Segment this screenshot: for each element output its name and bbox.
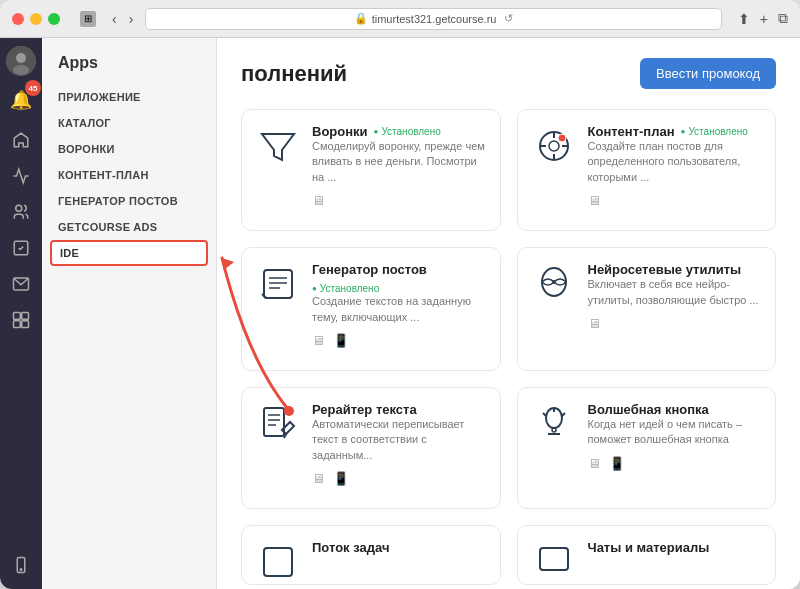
kontent-plan-icon: [532, 124, 576, 168]
card-desc-generator: Создание текстов на заданную тему, включ…: [312, 294, 486, 325]
card-status-voronki: Установлено: [374, 126, 441, 137]
close-button[interactable]: [12, 13, 24, 25]
sidebar-item-kontent-plan[interactable]: КОНТЕНТ-ПЛАН: [42, 162, 216, 188]
titlebar: ⊞ ‹ › 🔒 timurtest321.getcourse.ru ↺ ⬆ + …: [0, 0, 800, 38]
card-nejrosetevye[interactable]: Нейросетевые утилиты Включает в себя все…: [517, 247, 777, 371]
nejrosetevye-icon: [532, 262, 576, 306]
svg-rect-19: [264, 270, 292, 298]
avatar[interactable]: [6, 46, 36, 76]
page-title: полнений: [241, 61, 347, 87]
sidebar-toggle-button[interactable]: ⧉: [778, 10, 788, 27]
new-tab-button[interactable]: +: [760, 10, 768, 27]
mail-icon-btn[interactable]: [5, 268, 37, 300]
card-desc-rerajter: Автоматически переписывает текст в соотв…: [312, 417, 486, 463]
sidebar-item-prilozhenie[interactable]: ПРИЛОЖЕНИЕ: [42, 84, 216, 110]
card-kontent-plan[interactable]: Контент-план Установлено Создайте план п…: [517, 109, 777, 231]
svg-point-1: [16, 53, 26, 63]
svg-point-32: [552, 428, 556, 432]
card-title-volshebnaya: Волшебная кнопка: [588, 402, 709, 417]
voronki-icon: [256, 124, 300, 168]
settings-icon-btn[interactable]: [5, 304, 37, 336]
promo-button[interactable]: Ввести промокод: [640, 58, 776, 89]
card-voronki[interactable]: Воронки Установлено Смоделируй воронку, …: [241, 109, 501, 231]
card-title-potok: Поток задач: [312, 540, 389, 555]
sidebar-item-ide[interactable]: IDE: [50, 240, 208, 266]
mobile-icon: 📱: [333, 333, 349, 348]
volshebnaya-icon: [532, 402, 576, 446]
potok-zadach-icon: [256, 540, 300, 584]
svg-rect-7: [22, 313, 29, 320]
svg-point-18: [558, 134, 566, 142]
sidebar-title: Apps: [42, 54, 216, 84]
titlebar-actions: ⬆ + ⧉: [738, 10, 788, 27]
card-platforms-volshebnaya: 🖥 📱: [588, 456, 762, 471]
cards-grid: Воронки Установлено Смоделируй воронку, …: [241, 109, 776, 585]
browser-window: ⊞ ‹ › 🔒 timurtest321.getcourse.ru ↺ ⬆ + …: [0, 0, 800, 589]
svg-line-35: [543, 413, 546, 416]
badge-count: 45: [25, 80, 41, 96]
content-area: полнений Ввести промокод Ворон: [217, 38, 800, 589]
main-layout: 🔔 45: [0, 38, 800, 589]
sidebar-item-generator-postov[interactable]: ГЕНЕРАТОР ПОСТОВ: [42, 188, 216, 214]
card-potok-zadach[interactable]: Поток задач: [241, 525, 501, 585]
desktop-icon: 🖥: [312, 471, 325, 486]
forward-button[interactable]: ›: [125, 9, 138, 29]
titlebar-center: ⊞ ‹ ›: [80, 9, 137, 29]
desktop-icon: 🖥: [588, 316, 601, 331]
minimize-button[interactable]: [30, 13, 42, 25]
back-button[interactable]: ‹: [108, 9, 121, 29]
maximize-button[interactable]: [48, 13, 60, 25]
home-icon-btn[interactable]: [5, 124, 37, 156]
sidebar: Apps ПРИЛОЖЕНИЕ КАТАЛОГ ВОРОНКИ КОНТЕНТ-…: [42, 38, 217, 589]
share-button[interactable]: ⬆: [738, 10, 750, 27]
lock-icon: 🔒: [354, 12, 368, 25]
svg-point-2: [13, 65, 29, 75]
card-desc-volshebnaya: Когда нет идей о чем писать – поможет во…: [588, 417, 762, 448]
sidebar-item-katalog[interactable]: КАТАЛОГ: [42, 110, 216, 136]
svg-rect-9: [22, 321, 29, 328]
svg-line-23: [262, 294, 266, 298]
card-platforms-kontent-plan: 🖥: [588, 193, 762, 208]
card-desc-voronki: Смоделируй воронку, прежде чем вливать в…: [312, 139, 486, 185]
url-text: timurtest321.getcourse.ru: [372, 13, 497, 25]
svg-point-3: [16, 205, 22, 211]
chart-icon-btn[interactable]: [5, 160, 37, 192]
card-status-kontent-plan: Установлено: [681, 126, 748, 137]
svg-rect-26: [264, 408, 284, 436]
svg-point-13: [549, 141, 559, 151]
sidebar-item-getcourse-ads[interactable]: GETCOURSE ADS: [42, 214, 216, 240]
card-title-nejro: Нейросетевые утилиты: [588, 262, 742, 277]
window-icon: ⊞: [80, 11, 96, 27]
card-desc-nejro: Включает в себя все нейро-утилиты, позво…: [588, 277, 762, 308]
desktop-icon: 🖥: [312, 193, 325, 208]
icon-bar: 🔔 45: [0, 38, 42, 589]
card-volshebnaya-knopka[interactable]: Волшебная кнопка Когда нет идей о чем пи…: [517, 387, 777, 509]
svg-rect-8: [14, 321, 21, 328]
notification-badge[interactable]: 🔔 45: [5, 84, 37, 116]
nav-buttons: ‹ ›: [108, 9, 137, 29]
url-bar[interactable]: 🔒 timurtest321.getcourse.ru ↺: [145, 8, 721, 30]
svg-marker-39: [219, 255, 235, 271]
card-chaty[interactable]: Чаты и материалы: [517, 525, 777, 585]
desktop-icon: 🖥: [588, 456, 601, 471]
sidebar-item-voronki[interactable]: ВОРОНКИ: [42, 136, 216, 162]
check-icon-btn[interactable]: [5, 232, 37, 264]
rerajter-icon: [256, 402, 300, 446]
phone-icon-btn[interactable]: [5, 549, 37, 581]
svg-rect-37: [264, 548, 292, 576]
svg-rect-38: [540, 548, 568, 570]
svg-point-25: [552, 280, 556, 284]
svg-rect-6: [14, 313, 21, 320]
card-platforms-voronki: 🖥: [312, 193, 486, 208]
content-header: полнений Ввести промокод: [241, 58, 776, 89]
card-rerajter[interactable]: Рерайтер текста Автоматически переписыва…: [241, 387, 501, 509]
chaty-icon: [532, 540, 576, 584]
card-generator-postov[interactable]: Генератор постов Установлено Создание те…: [241, 247, 501, 371]
traffic-lights: [12, 13, 60, 25]
people-icon-btn[interactable]: [5, 196, 37, 228]
card-title-chaty: Чаты и материалы: [588, 540, 710, 555]
card-title-generator: Генератор постов: [312, 262, 427, 277]
card-title-voronki: Воронки: [312, 124, 368, 139]
card-desc-kontent-plan: Создайте план постов для определенного п…: [588, 139, 762, 185]
card-platforms-nejro: 🖥: [588, 316, 762, 331]
